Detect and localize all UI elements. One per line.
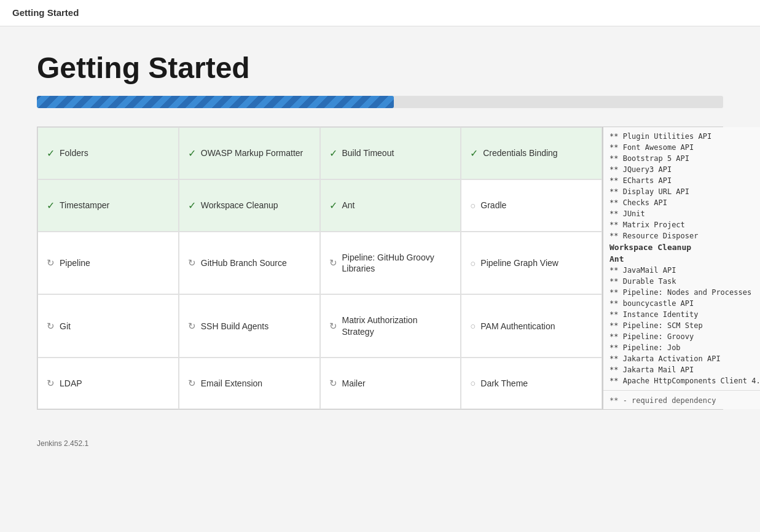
plugin-cell[interactable]: ↻Git [37, 294, 179, 357]
plugin-name: Mailer [342, 378, 366, 389]
plugin-name: LDAP [60, 378, 82, 389]
check-icon: ✓ [329, 147, 337, 159]
main-content: Getting Started ✓Folders✓OWASP Markup Fo… [0, 26, 760, 422]
plugin-cell[interactable]: ↻GitHub Branch Source [179, 232, 320, 294]
dep-item: ** JavaMail API [609, 265, 760, 276]
dep-item: ** Font Awesome API [609, 142, 760, 153]
circle-icon: ○ [470, 200, 476, 211]
progress-container [37, 96, 723, 108]
dependency-list[interactable]: ** Plugin Utilities API** Font Awesome A… [603, 127, 760, 390]
plugin-cell[interactable]: ✓Credentials Binding [461, 127, 602, 179]
dep-item: ** ECharts API [609, 175, 760, 186]
dependency-panel: ** Plugin Utilities API** Font Awesome A… [603, 127, 760, 409]
dep-item: ** Matrix Project [609, 219, 760, 230]
circle-icon: ○ [470, 321, 476, 331]
dep-item: ** Apache HttpComponents Client 4.x API [609, 375, 760, 386]
dependency-footer: ** - required dependency [603, 390, 760, 409]
dep-item: ** Jakarta Activation API [609, 353, 760, 364]
dep-item: ** Bootstrap 5 API [609, 153, 760, 164]
plugin-cell[interactable]: ○Gradle [461, 179, 602, 232]
dep-item: ** Resource Disposer [609, 230, 760, 241]
plugin-name: Gradle [480, 200, 506, 211]
dep-item: ** JQuery3 API [609, 164, 760, 175]
plugin-name: Pipeline [60, 257, 90, 268]
spinner-icon: ↻ [47, 321, 55, 332]
plugin-cell[interactable]: ↻Email Extension [179, 358, 320, 409]
status-bar: Jenkins 2.452.1 [0, 434, 760, 453]
top-bar: Getting Started [0, 0, 760, 26]
plugin-cell[interactable]: ↻Pipeline [37, 232, 179, 294]
plugin-name: PAM Authentication [480, 321, 555, 332]
page-heading: Getting Started [37, 51, 723, 85]
plugin-cell[interactable]: ○PAM Authentication [461, 294, 602, 357]
plugin-grid: ✓Folders✓OWASP Markup Formatter✓Build Ti… [37, 127, 603, 409]
dep-item: ** Pipeline: Nodes and Processes [609, 287, 760, 298]
dep-item: ** Pipeline: SCM Step [609, 320, 760, 331]
check-icon: ✓ [188, 200, 196, 211]
spinner-icon: ↻ [188, 378, 196, 389]
plugin-name: Pipeline Graph View [480, 257, 558, 268]
plugin-cell[interactable]: ✓Timestamper [37, 179, 179, 232]
check-icon: ✓ [329, 200, 337, 211]
dep-item: ** Checks API [609, 197, 760, 208]
plugin-name: Timestamper [60, 200, 109, 211]
dep-item: Ant [609, 253, 760, 265]
plugin-section: ✓Folders✓OWASP Markup Formatter✓Build Ti… [37, 127, 723, 410]
plugin-cell[interactable]: ✓Workspace Cleanup [179, 179, 320, 232]
spinner-icon: ↻ [329, 321, 337, 332]
progress-bar [37, 96, 394, 108]
dependency-footer-text: ** - required dependency [609, 396, 716, 405]
plugin-name: SSH Build Agents [201, 321, 269, 332]
version-label: Jenkins 2.452.1 [37, 439, 88, 448]
circle-icon: ○ [470, 258, 476, 268]
plugin-cell[interactable]: ✓Folders [37, 127, 179, 179]
dep-item: ** bouncycastle API [609, 298, 760, 309]
spinner-icon: ↻ [188, 321, 196, 332]
dep-item: ** JUnit [609, 208, 760, 219]
plugin-name: Git [60, 321, 71, 332]
dep-item: ** Instance Identity [609, 309, 760, 320]
plugin-cell[interactable]: ✓OWASP Markup Formatter [179, 127, 320, 179]
plugin-name: Ant [342, 200, 355, 211]
plugin-name: GitHub Branch Source [201, 257, 287, 268]
plugin-cell[interactable]: ✓Build Timeout [320, 127, 461, 179]
plugin-name: Build Timeout [342, 147, 394, 158]
plugin-cell[interactable]: ↻Pipeline: GitHub Groovy Libraries [320, 232, 461, 294]
dep-item: Workspace Cleanup [609, 241, 760, 253]
plugin-name: Credentials Binding [483, 147, 557, 158]
dep-item: ** Jakarta Mail API [609, 364, 760, 375]
dep-item: ** Display URL API [609, 186, 760, 197]
dep-item: ** Pipeline: Groovy [609, 331, 760, 342]
plugin-cell[interactable]: ○Dark Theme [461, 358, 602, 409]
spinner-icon: ↻ [188, 257, 196, 268]
dep-item: ** Plugin Utilities API [609, 131, 760, 142]
plugin-name: Folders [60, 147, 88, 158]
spinner-icon: ↻ [329, 257, 337, 268]
plugin-cell[interactable]: ↻Mailer [320, 358, 461, 409]
plugin-cell[interactable]: ↻SSH Build Agents [179, 294, 320, 357]
plugin-name: Workspace Cleanup [201, 200, 278, 211]
plugin-cell[interactable]: ○Pipeline Graph View [461, 232, 602, 294]
plugin-cell[interactable]: ↻Matrix Authorization Strategy [320, 294, 461, 357]
dep-item: ** Pipeline: Job [609, 342, 760, 353]
spinner-icon: ↻ [47, 257, 55, 268]
check-icon: ✓ [188, 147, 196, 159]
dep-item: ** Durable Task [609, 276, 760, 287]
spinner-icon: ↻ [47, 378, 55, 389]
plugin-cell[interactable]: ✓Ant [320, 179, 461, 232]
plugin-name: Matrix Authorization Strategy [342, 315, 452, 337]
plugin-name: OWASP Markup Formatter [201, 147, 303, 158]
plugin-name: Pipeline: GitHub Groovy Libraries [342, 252, 452, 274]
plugin-cell[interactable]: ↻LDAP [37, 358, 179, 409]
spinner-icon: ↻ [329, 378, 337, 389]
top-bar-title: Getting Started [12, 7, 79, 18]
plugin-name: Email Extension [201, 378, 262, 389]
check-icon: ✓ [47, 147, 55, 159]
plugin-name: Dark Theme [480, 378, 528, 389]
circle-icon: ○ [470, 378, 476, 388]
check-icon: ✓ [470, 147, 478, 159]
check-icon: ✓ [47, 200, 55, 211]
